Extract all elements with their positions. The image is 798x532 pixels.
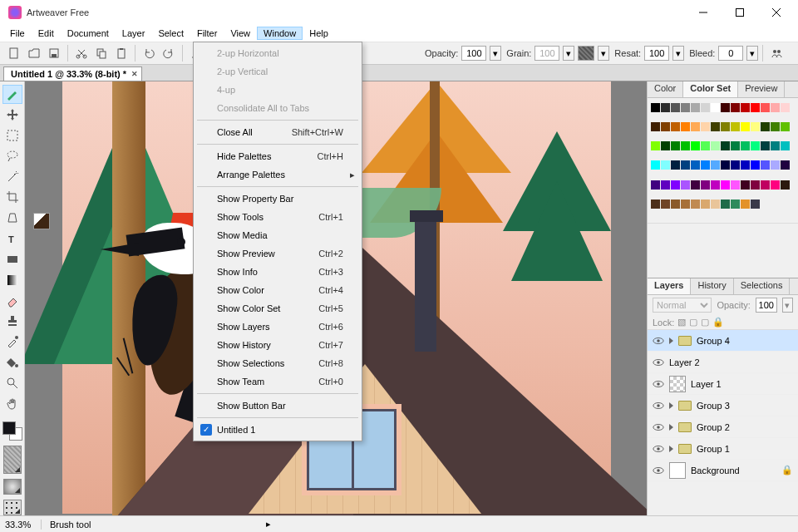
color-cell[interactable]: [711, 103, 720, 112]
color-cell[interactable]: [691, 103, 700, 112]
menu-item-show-tools[interactable]: Show ToolsCtrl+1: [195, 208, 360, 226]
menu-document[interactable]: Document: [61, 27, 116, 40]
menu-window[interactable]: Window: [257, 27, 303, 40]
color-cell[interactable]: [691, 160, 700, 170]
lock-all-icon[interactable]: 🔒: [712, 317, 724, 328]
color-cell[interactable]: [661, 160, 670, 170]
lock-pixels-icon[interactable]: ▢: [689, 317, 697, 328]
layer-tab-selections[interactable]: Selections: [734, 278, 791, 294]
menu-help[interactable]: Help: [303, 27, 335, 40]
color-cell[interactable]: [711, 180, 720, 190]
color-cell[interactable]: [671, 180, 680, 190]
color-cell[interactable]: [691, 141, 700, 150]
color-cell[interactable]: [761, 160, 770, 170]
color-cell[interactable]: [681, 200, 690, 209]
color-cell[interactable]: [761, 180, 770, 190]
color-cell[interactable]: [731, 160, 740, 170]
grain-dropdown[interactable]: ▾: [563, 46, 574, 61]
layer-opacity-dropdown[interactable]: ▾: [782, 298, 793, 313]
foreground-color[interactable]: [2, 421, 16, 435]
brush-tool[interactable]: [2, 85, 22, 104]
color-cell[interactable]: [711, 122, 720, 131]
color-cell[interactable]: [781, 122, 790, 131]
crop-tool[interactable]: [2, 188, 22, 207]
move-tool[interactable]: [2, 106, 22, 125]
visibility-icon[interactable]: [653, 421, 664, 433]
expand-icon[interactable]: [669, 337, 673, 344]
color-cell[interactable]: [771, 122, 780, 131]
copy-button[interactable]: [92, 44, 111, 62]
text-tool[interactable]: T: [2, 229, 22, 249]
opacity-dropdown[interactable]: ▾: [490, 46, 501, 61]
opacity-input[interactable]: [461, 46, 486, 61]
open-button[interactable]: [25, 44, 43, 62]
layer-row[interactable]: Group 4: [648, 330, 798, 352]
layer-row[interactable]: Background🔒: [648, 460, 798, 481]
color-cell[interactable]: [721, 122, 730, 131]
color-cell[interactable]: [721, 141, 730, 150]
layer-row[interactable]: Group 3: [648, 395, 798, 416]
color-cell[interactable]: [671, 141, 680, 150]
color-cell[interactable]: [691, 122, 700, 131]
layer-row[interactable]: Group 1: [648, 438, 798, 460]
menu-item-hide-palettes[interactable]: Hide PalettesCtrl+H: [195, 147, 360, 165]
lasso-tool[interactable]: [2, 146, 22, 165]
resat-dropdown[interactable]: ▾: [672, 46, 684, 61]
perspective-tool[interactable]: [2, 209, 22, 228]
fill-tool[interactable]: [2, 353, 22, 372]
layer-tab-layers[interactable]: Layers: [648, 278, 691, 294]
color-cell[interactable]: [701, 160, 710, 170]
visibility-icon[interactable]: [653, 378, 664, 390]
menu-item-show-selections[interactable]: Show SelectionsCtrl+8: [195, 354, 360, 372]
resat-input[interactable]: [644, 46, 669, 61]
color-cell[interactable]: [751, 141, 760, 150]
visibility-icon[interactable]: [653, 465, 664, 476]
team-button[interactable]: [767, 44, 786, 62]
selection-tool[interactable]: [2, 126, 22, 145]
layer-tab-history[interactable]: History: [691, 278, 733, 294]
blend-mode-select[interactable]: Normal: [653, 298, 712, 313]
color-cell[interactable]: [751, 160, 760, 170]
eraser-tool[interactable]: [2, 291, 22, 310]
color-cell[interactable]: [721, 103, 730, 112]
color-cell[interactable]: [701, 103, 710, 112]
menu-item-arrange-palettes[interactable]: Arrange Palettes: [195, 165, 360, 184]
lock-position-icon[interactable]: ▢: [701, 317, 709, 328]
color-cell[interactable]: [701, 200, 710, 209]
color-cell[interactable]: [771, 180, 780, 190]
paste-button[interactable]: [112, 44, 131, 62]
visibility-icon[interactable]: [653, 443, 664, 455]
bleed-input[interactable]: [718, 46, 743, 61]
menu-item-show-media[interactable]: Show Media: [195, 226, 360, 244]
color-cell[interactable]: [761, 122, 770, 131]
color-cell[interactable]: [721, 200, 730, 209]
color-cell[interactable]: [721, 160, 730, 170]
color-swatch[interactable]: [2, 421, 22, 441]
color-cell[interactable]: [741, 160, 750, 170]
zoom-tool[interactable]: [2, 373, 22, 392]
wand-tool[interactable]: [2, 167, 22, 186]
color-cell[interactable]: [741, 122, 750, 131]
grain-swatch-dropdown[interactable]: ▾: [598, 46, 609, 61]
color-cell[interactable]: [691, 200, 700, 209]
visibility-icon[interactable]: [653, 357, 664, 368]
color-cell[interactable]: [751, 180, 760, 190]
color-cell[interactable]: [781, 103, 790, 112]
color-cell[interactable]: [781, 180, 790, 190]
color-cell[interactable]: [731, 103, 740, 112]
color-cell[interactable]: [711, 160, 720, 170]
color-tab-color-set[interactable]: Color Set: [683, 81, 738, 97]
color-cell[interactable]: [741, 200, 750, 209]
color-cell[interactable]: [651, 180, 660, 190]
menu-edit[interactable]: Edit: [32, 27, 61, 40]
grain-input[interactable]: [534, 46, 559, 61]
menu-file[interactable]: File: [3, 27, 32, 40]
color-cell[interactable]: [781, 141, 790, 150]
menu-item-show-color[interactable]: Show ColorCtrl+4: [195, 281, 360, 299]
menu-select[interactable]: Select: [151, 27, 190, 40]
maximize-button[interactable]: [722, 1, 758, 24]
color-cell[interactable]: [761, 103, 770, 112]
visibility-icon[interactable]: [653, 400, 664, 411]
color-cell[interactable]: [661, 103, 670, 112]
expand-icon[interactable]: [669, 402, 673, 409]
